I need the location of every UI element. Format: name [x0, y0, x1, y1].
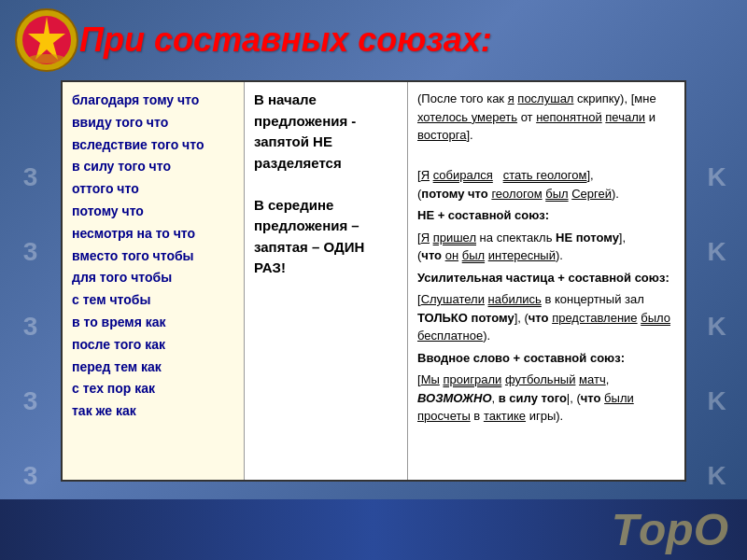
col3-para2: [Я собирался стать геологом], (потому чт…: [417, 166, 675, 203]
col3-para1: (После того как я послушал скрипку), [мн…: [417, 90, 675, 145]
list-item: ввиду того что: [72, 112, 234, 134]
col2-paragraph1: В начале предложения - запятой НЕ раздел…: [254, 90, 398, 174]
page-title: При составных союзах:: [79, 21, 492, 60]
col1-text-block: благодаря тому что ввиду того что вследс…: [72, 90, 234, 423]
list-item: несмотря на то что: [72, 223, 234, 245]
col2-text-block: В начале предложения - запятой НЕ раздел…: [254, 90, 398, 279]
col3-para5: [Мы проиграли футбольный матч, ВОЗМОЖНО,…: [417, 371, 675, 426]
list-item: для того чтобы: [72, 267, 234, 289]
list-item: вследствие того что: [72, 134, 234, 157]
list-item: в силу того что: [72, 156, 234, 178]
list-item: с тех пор как: [72, 378, 234, 400]
list-item: благодаря тому что: [72, 90, 234, 112]
col3-text-block: (После того как я послушал скрипку), [мн…: [417, 90, 675, 426]
column-3: (После того как я послушал скрипку), [мн…: [408, 82, 684, 480]
list-item: с тем чтобы: [72, 289, 234, 312]
emblem-icon: [14, 7, 79, 73]
col3-label1: НЕ + составной союз:: [417, 206, 675, 225]
list-item: после того как: [72, 334, 234, 357]
list-item: вместо того чтобы: [72, 245, 234, 268]
list-item: потому что: [72, 201, 234, 223]
bottom-bar: TорО: [0, 499, 747, 560]
list-item: в то время как: [72, 312, 234, 334]
svg-point-3: [28, 54, 65, 63]
main-content: благодаря тому что ввиду того что вследс…: [61, 80, 686, 482]
col3-para4: [Слушатели набились в концертный зал ТОЛ…: [417, 290, 675, 345]
list-item: так же как: [72, 400, 234, 423]
column-2: В начале предложения - запятой НЕ раздел…: [245, 82, 408, 480]
column-1: благодаря тому что ввиду того что вследс…: [63, 82, 245, 480]
side-numbers-left: 33333: [0, 140, 61, 513]
col2-paragraph2: В середине предложения – запятая – ОДИН …: [254, 195, 398, 279]
col3-label2: Усилительная частица + составной союз:: [417, 269, 675, 287]
col3-label3: Вводное слово + составной союз:: [417, 349, 675, 368]
list-item: оттого что: [72, 178, 234, 201]
side-numbers-right: KKKKK: [686, 140, 747, 513]
header: При составных союзах:: [0, 0, 747, 80]
toro-label: TорО: [612, 504, 728, 555]
col3-para3: [Я пришел на спектакль НЕ потому], (что …: [417, 229, 675, 265]
list-item: перед тем как: [72, 357, 234, 379]
